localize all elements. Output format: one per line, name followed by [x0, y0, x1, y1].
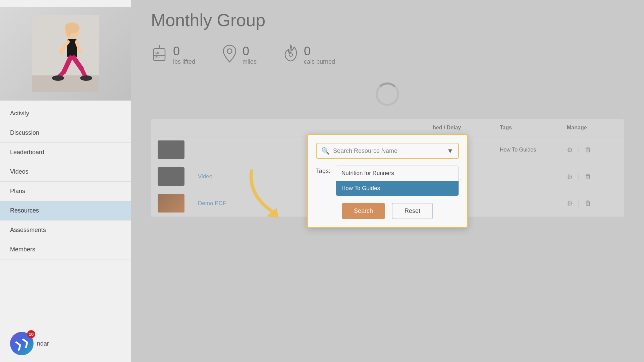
search-input[interactable] [333, 147, 443, 155]
sidebar-item-videos[interactable]: Videos [0, 162, 131, 182]
sidebar-item-leaderboard[interactable]: Leaderboard [0, 143, 131, 162]
dropdown-item-nutrition[interactable]: Nutrition for Runners [336, 166, 459, 181]
search-input-row: 🔍 ▼ [316, 143, 459, 159]
main-content: Monthly Group LB KG 0 lbs lifted [131, 0, 644, 362]
sidebar-item-members[interactable]: Members [0, 240, 131, 259]
svg-point-4 [66, 23, 71, 37]
sidebar-footer: ❯❯ 10 ndar [0, 325, 131, 362]
hero-image [0, 7, 131, 101]
sidebar-item-resources[interactable]: Resources [0, 201, 131, 221]
badge-count: 10 [27, 330, 35, 338]
search-icon: 🔍 [321, 147, 330, 155]
tags-label: Tags: [316, 166, 330, 175]
sidebar-item-plans[interactable]: Plans [0, 182, 131, 201]
notification-badge[interactable]: ❯❯ 10 [10, 332, 34, 355]
search-modal: 🔍 ▼ Tags: Nutrition for Runners How To G… [307, 134, 468, 228]
sidebar-nav: Activity Discussion Leaderboard Videos P… [0, 104, 131, 259]
reset-button[interactable]: Reset [392, 203, 433, 219]
sidebar-item-assessments[interactable]: Assessments [0, 221, 131, 240]
svg-point-8 [59, 49, 64, 55]
dropdown-item-howto[interactable]: How To Guides [336, 181, 459, 196]
svg-point-13 [52, 75, 64, 81]
tags-dropdown[interactable]: Nutrition for Runners How To Guides [336, 166, 459, 196]
calendar-label: ndar [37, 340, 49, 347]
tags-row: Tags: Nutrition for Runners How To Guide… [316, 166, 459, 196]
modal-buttons: Search Reset [316, 203, 459, 219]
sidebar-hero [0, 7, 131, 101]
svg-point-14 [80, 75, 92, 81]
filter-icon[interactable]: ▼ [447, 147, 453, 155]
page-wrapper: Activity Discussion Leaderboard Videos P… [0, 0, 644, 362]
search-button[interactable]: Search [342, 203, 385, 219]
sidebar-item-activity[interactable]: Activity [0, 104, 131, 123]
sidebar-item-discussion[interactable]: Discussion [0, 123, 131, 143]
sidebar: Activity Discussion Leaderboard Videos P… [0, 0, 131, 362]
arrows-icon: ❯❯ [13, 336, 31, 352]
